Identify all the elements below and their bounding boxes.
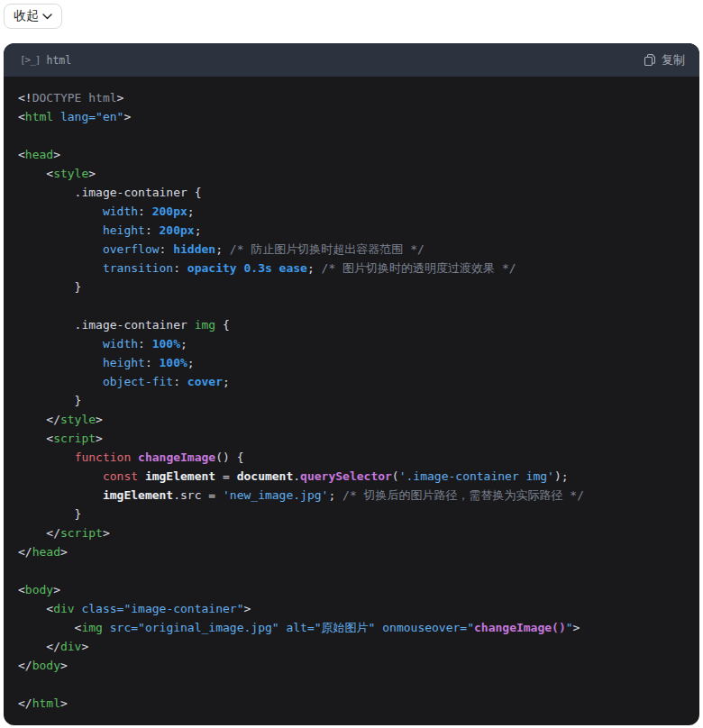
code-line: imgElement.src = 'new_image.jpg'; /* 切换后… (18, 486, 685, 505)
code-line (18, 675, 685, 694)
code-line (18, 126, 685, 145)
code-line: } (18, 391, 685, 410)
chevron-down-icon (42, 14, 52, 20)
code-line: overflow: hidden; /* 防止图片切换时超出容器范围 */ (18, 240, 685, 259)
code-line: } (18, 505, 685, 523)
copy-icon (644, 53, 656, 67)
code-line: const imgElement = document.querySelecto… (18, 467, 685, 486)
code-line: <script> (18, 429, 685, 448)
code-line: <body> (18, 580, 685, 599)
code-language-label-group: [>_] html (20, 54, 71, 67)
code-line: </head> (18, 542, 685, 561)
code-line: <!DOCTYPE html> (18, 88, 685, 107)
code-language-label: html (47, 54, 72, 67)
code-line: height: 100%; (18, 353, 685, 372)
code-line: function changeImage() { (18, 448, 685, 467)
code-line: transition: opacity 0.3s ease; /* 图片切换时的… (18, 259, 685, 278)
code-block: [>_] html 复制 <!DOCTYPE html><html lang="… (4, 43, 699, 725)
code-line: <style> (18, 164, 685, 183)
code-line: height: 200px; (18, 221, 685, 240)
code-line: <html lang="en"> (18, 107, 685, 126)
code-line: width: 200px; (18, 202, 685, 221)
code-block-header: [>_] html 复制 (4, 43, 699, 77)
code-line: <div class="image-container"> (18, 599, 685, 618)
code-line: </script> (18, 523, 685, 542)
copy-button-label: 复制 (662, 52, 685, 68)
code-line: </html> (18, 694, 685, 713)
code-line: <img src="original_image.jpg" alt="原始图片"… (18, 618, 685, 637)
code-line (18, 561, 685, 580)
collapse-button-label: 收起 (14, 8, 39, 24)
code-line: <head> (18, 145, 685, 164)
code-lines: <!DOCTYPE html><html lang="en"> <head> <… (4, 77, 699, 725)
code-line: } (18, 278, 685, 296)
code-line: width: 100%; (18, 334, 685, 353)
code-line: </style> (18, 410, 685, 429)
terminal-icon: [>_] (20, 54, 41, 66)
copy-button[interactable]: 复制 (644, 52, 685, 68)
code-line: .image-container img { (18, 315, 685, 334)
code-line: object-fit: cover; (18, 372, 685, 391)
code-line: </div> (18, 637, 685, 656)
code-line: </body> (18, 656, 685, 675)
code-line: .image-container { (18, 183, 685, 202)
collapse-button[interactable]: 收起 (4, 4, 62, 29)
code-line (18, 296, 685, 315)
